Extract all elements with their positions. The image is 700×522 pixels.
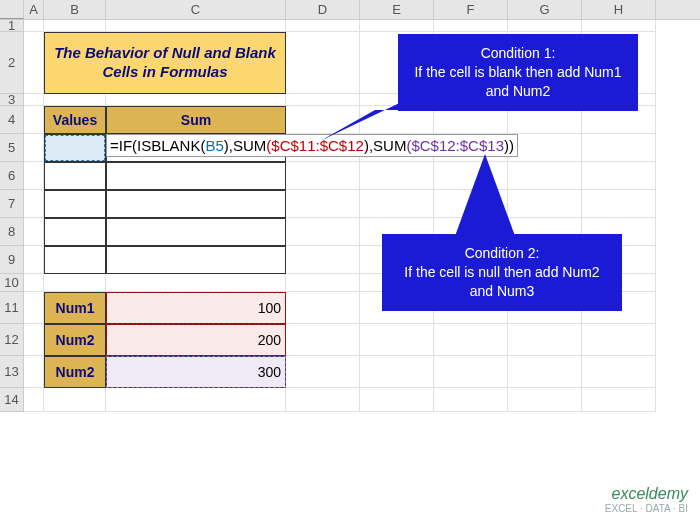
cell-D11[interactable] — [286, 292, 360, 324]
col-header-G[interactable]: G — [508, 0, 582, 19]
watermark-tagline: EXCEL · DATA · BI — [605, 503, 688, 514]
col-header-H[interactable]: H — [582, 0, 656, 19]
cell-A1[interactable] — [24, 20, 44, 32]
cell-B5-selected[interactable] — [44, 134, 106, 162]
label-num3[interactable]: Num2 — [44, 356, 106, 388]
row-header-2[interactable]: 2 — [0, 32, 24, 94]
cell-B14[interactable] — [44, 388, 106, 412]
row-header-11[interactable]: 11 — [0, 292, 24, 324]
cell-H13[interactable] — [582, 356, 656, 388]
cell-B8[interactable] — [44, 218, 106, 246]
cell-B6[interactable] — [44, 162, 106, 190]
cell-C9[interactable] — [106, 246, 286, 274]
row-header-8[interactable]: 8 — [0, 218, 24, 246]
cell-A8[interactable] — [24, 218, 44, 246]
cell-H5[interactable] — [582, 134, 656, 162]
title-cell[interactable]: The Behavior of Null and Blank Cells in … — [44, 32, 286, 94]
callout-1-title: Condition 1: — [412, 44, 624, 63]
row-header-13[interactable]: 13 — [0, 356, 24, 388]
cell-H1[interactable] — [582, 20, 656, 32]
cell-A14[interactable] — [24, 388, 44, 412]
cell-A6[interactable] — [24, 162, 44, 190]
row-header-7[interactable]: 7 — [0, 190, 24, 218]
cell-A2[interactable] — [24, 32, 44, 94]
cell-H6[interactable] — [582, 162, 656, 190]
cell-D9[interactable] — [286, 246, 360, 274]
cell-D2[interactable] — [286, 32, 360, 94]
cell-B1[interactable] — [44, 20, 106, 32]
col-header-C[interactable]: C — [106, 0, 286, 19]
cell-G12[interactable] — [508, 324, 582, 356]
cell-D10[interactable] — [286, 274, 360, 292]
cell-C1[interactable] — [106, 20, 286, 32]
row-header-6[interactable]: 6 — [0, 162, 24, 190]
cell-E14[interactable] — [360, 388, 434, 412]
callout-2-title: Condition 2: — [396, 244, 608, 263]
cell-A3[interactable] — [24, 94, 44, 106]
col-header-A[interactable]: A — [24, 0, 44, 19]
cell-E12[interactable] — [360, 324, 434, 356]
cell-B7[interactable] — [44, 190, 106, 218]
callout-condition-1: Condition 1: If the cell is blank then a… — [398, 34, 638, 111]
cell-D7[interactable] — [286, 190, 360, 218]
cell-E6[interactable] — [360, 162, 434, 190]
label-num1[interactable]: Num1 — [44, 292, 106, 324]
cell-A10[interactable] — [24, 274, 44, 292]
cell-G13[interactable] — [508, 356, 582, 388]
cell-H14[interactable] — [582, 388, 656, 412]
cell-D14[interactable] — [286, 388, 360, 412]
cell-C3[interactable] — [106, 94, 286, 106]
row-header-1[interactable]: 1 — [0, 20, 24, 32]
cell-A7[interactable] — [24, 190, 44, 218]
cell-A13[interactable] — [24, 356, 44, 388]
cell-A11[interactable] — [24, 292, 44, 324]
row-header-4[interactable]: 4 — [0, 106, 24, 134]
cell-D6[interactable] — [286, 162, 360, 190]
cell-D12[interactable] — [286, 324, 360, 356]
cell-D8[interactable] — [286, 218, 360, 246]
row-header-12[interactable]: 12 — [0, 324, 24, 356]
select-all-corner[interactable] — [0, 0, 24, 19]
cell-E7[interactable] — [360, 190, 434, 218]
value-num2[interactable]: 200 — [106, 324, 286, 356]
cell-G1[interactable] — [508, 20, 582, 32]
cell-E13[interactable] — [360, 356, 434, 388]
cell-F13[interactable] — [434, 356, 508, 388]
cell-C14[interactable] — [106, 388, 286, 412]
col-header-D[interactable]: D — [286, 0, 360, 19]
cell-D1[interactable] — [286, 20, 360, 32]
cell-A9[interactable] — [24, 246, 44, 274]
cell-C6[interactable] — [106, 162, 286, 190]
header-values[interactable]: Values — [44, 106, 106, 134]
label-num2[interactable]: Num2 — [44, 324, 106, 356]
cell-F14[interactable] — [434, 388, 508, 412]
cell-H7[interactable] — [582, 190, 656, 218]
cell-C8[interactable] — [106, 218, 286, 246]
cell-B9[interactable] — [44, 246, 106, 274]
col-header-B[interactable]: B — [44, 0, 106, 19]
cell-H12[interactable] — [582, 324, 656, 356]
value-num3[interactable]: 300 — [106, 356, 286, 388]
cell-D13[interactable] — [286, 356, 360, 388]
cell-A12[interactable] — [24, 324, 44, 356]
cell-A4[interactable] — [24, 106, 44, 134]
header-sum[interactable]: Sum — [106, 106, 286, 134]
cell-C7[interactable] — [106, 190, 286, 218]
row-header-10[interactable]: 10 — [0, 274, 24, 292]
watermark-brand: exceldemy — [605, 485, 688, 503]
cell-F12[interactable] — [434, 324, 508, 356]
col-header-E[interactable]: E — [360, 0, 434, 19]
cell-F1[interactable] — [434, 20, 508, 32]
value-num1[interactable]: 100 — [106, 292, 286, 324]
cell-B10[interactable] — [44, 274, 106, 292]
cell-B3[interactable] — [44, 94, 106, 106]
row-header-3[interactable]: 3 — [0, 94, 24, 106]
cell-C10[interactable] — [106, 274, 286, 292]
cell-A5[interactable] — [24, 134, 44, 162]
cell-E1[interactable] — [360, 20, 434, 32]
cell-G14[interactable] — [508, 388, 582, 412]
row-header-5[interactable]: 5 — [0, 134, 24, 162]
row-header-14[interactable]: 14 — [0, 388, 24, 412]
col-header-F[interactable]: F — [434, 0, 508, 19]
row-header-9[interactable]: 9 — [0, 246, 24, 274]
